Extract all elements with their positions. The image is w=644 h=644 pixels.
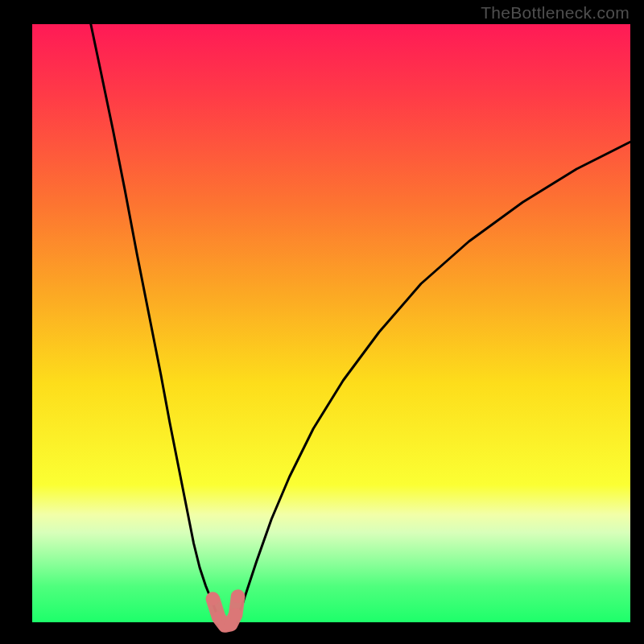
series-marker-dots-pt-4	[229, 609, 242, 621]
chart-stage: TheBottleneck.com	[0, 0, 644, 644]
watermark-text: TheBottleneck.com	[481, 3, 630, 23]
plot-area	[32, 24, 630, 628]
series-marker-dots-pt-5	[232, 590, 245, 603]
series-bottleneck-right	[233, 142, 630, 628]
series-marker-dots-pt-0	[206, 592, 219, 605]
series-bottleneck-left	[91, 24, 224, 628]
plot-svg	[32, 24, 630, 628]
